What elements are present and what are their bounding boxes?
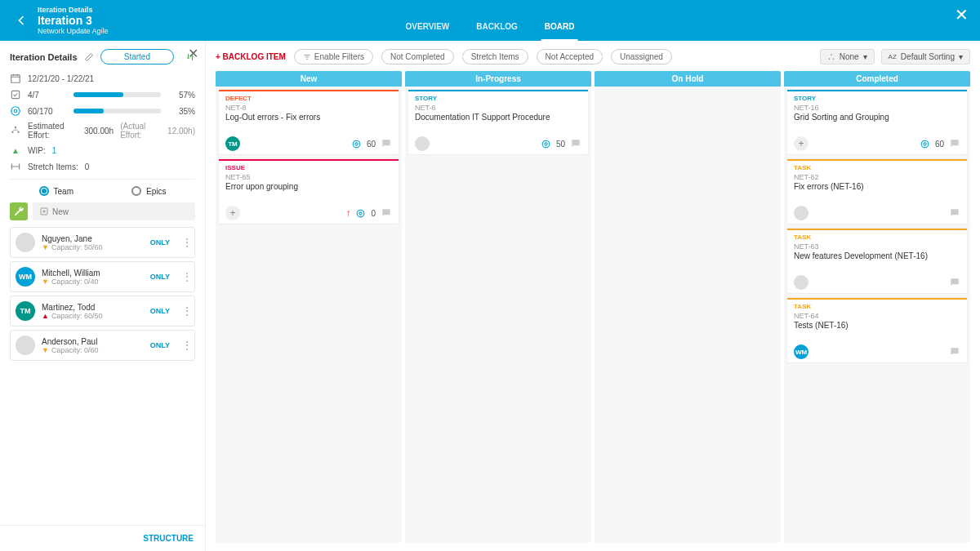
avatar[interactable] (794, 206, 808, 220)
member-capacity: ▼ Capacity: 50/60 (42, 243, 102, 251)
sidebar-close-icon[interactable]: ✕ (188, 46, 198, 61)
structure-link[interactable]: STRUCTURE (0, 525, 205, 551)
svg-point-10 (832, 58, 834, 60)
column-header-completed: Completed (784, 71, 970, 87)
more-icon[interactable]: ⋮ (181, 339, 189, 352)
svg-rect-0 (11, 75, 20, 82)
tab-board[interactable]: BOARD (541, 16, 578, 41)
new-member-button[interactable]: New (33, 202, 195, 220)
add-assignee-icon[interactable]: + (794, 136, 808, 151)
board-card[interactable]: TASK NET-64 Tests (NET-16) WM (786, 297, 968, 363)
svg-point-18 (924, 142, 926, 144)
chevron-down-icon: ▾ (959, 52, 963, 61)
more-icon[interactable]: ⋮ (181, 236, 189, 249)
only-button[interactable]: ONLY (150, 307, 170, 315)
points-pct: 35% (172, 107, 195, 116)
sort-label: Default Sorting (901, 52, 955, 61)
svg-point-8 (831, 54, 832, 56)
points-gear-icon (355, 208, 366, 219)
board-card[interactable]: TASK NET-63 New features Development (NE… (786, 228, 968, 294)
pill-not-completed[interactable]: Not Completed (381, 49, 454, 64)
column-new: New DEFECT NET-8 Log-Out errors - Fix er… (216, 71, 402, 543)
sort-az-icon: AZ (889, 53, 897, 60)
svg-point-12 (355, 142, 358, 144)
column-header-onhold: On Hold (595, 71, 781, 87)
card-title: Documentation IT Support Procedure (415, 113, 581, 122)
chat-icon[interactable] (949, 138, 960, 149)
chat-icon[interactable] (381, 207, 392, 219)
avatar[interactable] (415, 136, 430, 151)
svg-point-6 (17, 131, 19, 133)
plus-square-icon (39, 207, 49, 216)
member-card[interactable]: Nguyen, Jane ▼ Capacity: 50/60 ONLY ⋮ (10, 227, 195, 258)
avatar[interactable] (794, 275, 808, 290)
more-icon[interactable]: ⋮ (181, 304, 189, 318)
new-label: New (52, 207, 69, 216)
pill-not-accepted[interactable]: Not Accepted (537, 49, 603, 64)
board-card[interactable]: STORY NET-16 Grid Sorting and Grouping +… (786, 89, 968, 155)
member-card[interactable]: WM Mitchell, William ▼ Capacity: 0/40 ON… (10, 261, 195, 292)
card-points: 50 (556, 140, 565, 149)
group-by-button[interactable]: None ▾ (820, 49, 875, 64)
wrench-button[interactable] (10, 202, 28, 220)
chat-icon[interactable] (949, 277, 960, 288)
status-started-pill[interactable]: Started (100, 49, 174, 64)
only-button[interactable]: ONLY (150, 238, 170, 247)
sort-button[interactable]: AZ Default Sorting ▾ (881, 49, 970, 64)
member-capacity: ▲ Capacity: 60/50 (42, 312, 102, 320)
more-icon[interactable]: ⋮ (181, 270, 189, 283)
points-gear-icon (920, 139, 930, 149)
chat-icon[interactable] (949, 346, 960, 358)
avatar[interactable]: TM (225, 136, 240, 151)
page-subtitle[interactable]: Network Update Agile (38, 27, 109, 35)
radio-team[interactable]: Team (39, 186, 74, 196)
radio-epics[interactable]: Epics (131, 186, 166, 196)
member-card[interactable]: TM Martinez, Todd ▲ Capacity: 60/50 ONLY… (10, 295, 195, 327)
avatar[interactable]: WM (794, 344, 808, 359)
wip-label: WIP: (28, 146, 46, 155)
column-inprogress: In-Progress STORY NET-6 Documentation IT… (405, 71, 591, 543)
column-completed: Completed STORY NET-16 Grid Sorting and … (784, 71, 970, 543)
avatar: WM (16, 267, 35, 287)
board-card[interactable]: TASK NET-62 Fix errors (NET-16) (786, 158, 968, 224)
member-name: Nguyen, Jane (42, 234, 102, 243)
pill-stretch[interactable]: Stretch Items (462, 49, 528, 64)
svg-point-3 (14, 109, 17, 113)
add-assignee-icon[interactable]: + (225, 206, 240, 220)
points-label: 60/170 (28, 107, 62, 116)
sidebar-title: Iteration Details (10, 52, 78, 62)
edit-icon[interactable] (84, 52, 94, 62)
card-type: STORY (415, 95, 581, 102)
card-id: NET-8 (225, 104, 392, 112)
act-effort-label: (Actual Effort: (120, 122, 161, 140)
chat-icon[interactable] (949, 207, 960, 219)
member-card[interactable]: Anderson, Paul ▼ Capacity: 0/60 ONLY ⋮ (10, 330, 195, 361)
add-backlog-button[interactable]: + BACKLOG ITEM (216, 52, 286, 61)
card-id: NET-65 (225, 173, 392, 181)
stretch-value: 0 (85, 162, 90, 171)
only-button[interactable]: ONLY (150, 341, 170, 349)
svg-point-11 (353, 140, 360, 148)
points-progress (74, 109, 161, 113)
chat-icon[interactable] (570, 138, 581, 149)
hierarchy-icon (10, 125, 21, 136)
header-tabs: OVERVIEW BACKLOG BOARD (403, 16, 578, 41)
board-content: + BACKLOG ITEM Enable Filters Not Comple… (206, 41, 980, 551)
board-card[interactable]: DEFECT NET-8 Log-Out errors - Fix errors… (218, 89, 399, 155)
pill-unassigned[interactable]: Unassigned (611, 49, 672, 64)
sidebar: ✕ Iteration Details Started 12/21/20 - 1… (0, 41, 206, 551)
tab-backlog[interactable]: BACKLOG (473, 16, 521, 41)
back-arrow-icon[interactable] (13, 12, 29, 29)
radio-team-epics: Team Epics (10, 186, 195, 196)
enable-filters-button[interactable]: Enable Filters (294, 49, 373, 64)
card-id: NET-63 (794, 242, 960, 251)
radio-team-label: Team (54, 187, 74, 196)
board-card[interactable]: STORY NET-6 Documentation IT Support Pro… (408, 89, 589, 155)
board-card[interactable]: ISSUE NET-65 Error upon grouping + ↑ 0 (218, 158, 399, 224)
only-button[interactable]: ONLY (150, 273, 170, 281)
tab-overview[interactable]: OVERVIEW (403, 16, 453, 41)
chat-icon[interactable] (381, 138, 392, 149)
close-icon[interactable]: ✕ (955, 5, 969, 24)
svg-point-4 (15, 127, 16, 128)
avatar: TM (16, 301, 35, 321)
